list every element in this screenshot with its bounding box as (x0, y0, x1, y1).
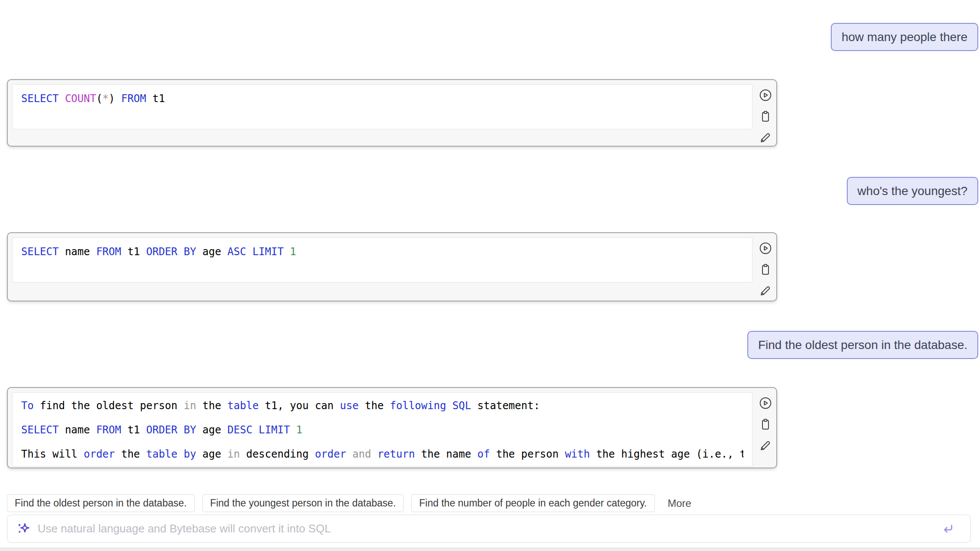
sql-code-editor[interactable]: SELECT name FROM t1 ORDER BY age ASC LIM… (12, 237, 753, 282)
bytebase-ai-chat-panel: how many people there SELECT COUNT(*) FR… (0, 0, 980, 551)
code-line: This will order the table by age in desc… (21, 442, 743, 466)
bottom-panel-edge (0, 548, 980, 551)
sparkles-icon (16, 522, 31, 536)
play-icon (759, 241, 772, 255)
nl2sql-composer (7, 515, 971, 543)
run-query-button[interactable] (759, 241, 772, 255)
run-query-button[interactable] (759, 396, 772, 410)
nl2sql-input[interactable] (37, 522, 940, 536)
sql-response-block: SELECT name FROM t1 ORDER BY age ASC LIM… (7, 232, 777, 301)
pencil-icon (759, 284, 772, 298)
code-line: SELECT name FROM t1 ORDER BY age DESC LI… (21, 418, 743, 442)
suggestion-chip[interactable]: Find the youngest person in the database… (202, 494, 404, 512)
clipboard-icon (759, 417, 772, 431)
suggestion-chip[interactable]: Find the oldest person in the database. (7, 494, 195, 512)
code-line: SELECT name FROM t1 ORDER BY age ASC LIM… (21, 240, 743, 264)
pencil-icon (759, 131, 772, 144)
block-action-column (759, 241, 772, 298)
block-action-column (759, 396, 772, 452)
copy-sql-button[interactable] (759, 417, 772, 431)
pencil-icon (759, 439, 772, 452)
sql-code-editor[interactable]: To find the oldest person in the table t… (12, 392, 753, 467)
code-line: To find the oldest person in the table t… (21, 394, 743, 418)
clipboard-icon (759, 109, 772, 123)
clipboard-icon (759, 263, 772, 276)
play-icon (759, 88, 772, 102)
user-message-bubble: Find the oldest person in the database. (747, 331, 978, 359)
copy-sql-button[interactable] (759, 109, 772, 123)
suggestion-chip[interactable]: Find the number of people in each gender… (411, 494, 654, 512)
edit-sql-button[interactable] (759, 439, 772, 452)
play-icon (759, 396, 772, 410)
sql-response-block: SELECT COUNT(*) FROM t1 (7, 79, 777, 147)
user-message-bubble: who's the youngest? (847, 177, 978, 205)
block-action-column (759, 88, 772, 144)
more-suggestions-button[interactable]: More (665, 497, 694, 509)
user-message-bubble: how many people there (831, 23, 978, 51)
code-line: SELECT COUNT(*) FROM t1 (21, 86, 743, 111)
copy-sql-button[interactable] (759, 263, 772, 276)
edit-sql-button[interactable] (759, 131, 772, 144)
suggestion-chips-row: Find the oldest person in the database. … (7, 494, 694, 512)
run-query-button[interactable] (759, 88, 772, 102)
sql-code-editor[interactable]: SELECT COUNT(*) FROM t1 (12, 84, 753, 129)
return-icon[interactable] (940, 522, 955, 536)
sql-response-block: To find the oldest person in the table t… (7, 387, 777, 468)
edit-sql-button[interactable] (759, 284, 772, 298)
